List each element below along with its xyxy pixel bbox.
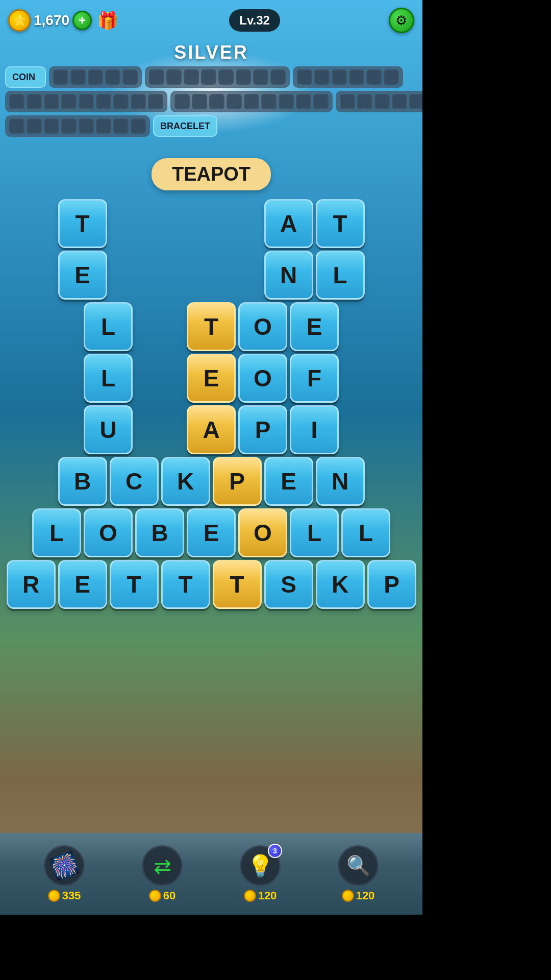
grid-row-6: LOBEOLL: [5, 508, 417, 557]
letter-tile-2-0[interactable]: L: [84, 302, 133, 351]
grid-row-5: BCKPEN: [5, 457, 417, 506]
slot-letter: [53, 69, 68, 85]
letter-tile-6-6[interactable]: L: [341, 508, 390, 557]
letter-tile-0-5[interactable]: T: [316, 199, 365, 248]
slot-letter: [131, 94, 146, 109]
letter-tile-3-2[interactable]: E: [187, 354, 236, 403]
header: ⭐ 1,670 + 🎁 Lv.32 ⚙: [0, 0, 422, 41]
slot-letter: [61, 118, 77, 134]
slot-letter: [384, 69, 399, 85]
coin-icon-small: [149, 890, 161, 902]
letter-tile-4-0[interactable]: U: [84, 405, 133, 454]
letter-tile-5-1[interactable]: C: [110, 457, 159, 506]
title-area: SILVER: [0, 42, 422, 63]
slot-letter: [184, 69, 199, 85]
grid-row-7: RETTTSKP: [5, 560, 417, 609]
letter-tile-3-3[interactable]: O: [238, 354, 287, 403]
letter-tile-1-0[interactable]: E: [58, 251, 107, 300]
letter-tile-5-3[interactable]: P: [213, 457, 262, 506]
game-title: SILVER: [0, 42, 422, 63]
letter-tile-5-2[interactable]: K: [161, 457, 210, 506]
letter-tile-3-4[interactable]: F: [290, 354, 339, 403]
letter-tile-7-7[interactable]: P: [367, 560, 416, 609]
slot-letter: [79, 118, 94, 134]
letter-tile-0-0[interactable]: T: [58, 199, 107, 248]
slot-letter: [79, 94, 94, 109]
letter-tile-7-4[interactable]: T: [213, 560, 262, 609]
letter-tile-6-1[interactable]: O: [84, 508, 133, 557]
slot-letter: [218, 69, 234, 85]
shuffle-cost: 60: [149, 889, 176, 902]
letter-tile-5-5[interactable]: N: [316, 457, 365, 506]
slot-letter: [27, 118, 42, 134]
slot-letter: [96, 94, 111, 109]
slot-letter: [61, 94, 77, 109]
coin-icon-small: [48, 890, 60, 902]
letter-tile-1-5[interactable]: L: [316, 251, 365, 300]
slot-letter: [314, 69, 330, 85]
gift-button[interactable]: 🎁: [95, 8, 120, 33]
slot-letter: [9, 94, 24, 109]
slot-letter: [44, 118, 59, 134]
letter-tile-7-6[interactable]: K: [316, 560, 365, 609]
letter-tile-4-3[interactable]: P: [238, 405, 287, 454]
slot-letter: [313, 94, 329, 109]
slot-letter: [96, 118, 111, 134]
letter-tile-5-0[interactable]: B: [58, 457, 107, 506]
letter-tile-2-3[interactable]: O: [238, 302, 287, 351]
slot-letter: [113, 118, 129, 134]
slot-letter: [201, 69, 216, 85]
grid-row-2: LTOE: [5, 302, 417, 351]
letter-tile-2-2[interactable]: T: [187, 302, 236, 351]
letter-tile-7-3[interactable]: T: [161, 560, 210, 609]
slot-letter: [192, 94, 207, 109]
shuffle-icon: ⇄: [142, 845, 183, 886]
letter-tile-6-0[interactable]: L: [32, 508, 81, 557]
letter-tile-4-4[interactable]: I: [290, 405, 339, 454]
word-slot-5: [5, 91, 167, 112]
slot-letter: [236, 69, 251, 85]
letter-tile-2-4[interactable]: E: [290, 302, 339, 351]
coin-icon: ⭐: [8, 9, 31, 32]
letter-tile-7-0[interactable]: R: [7, 560, 56, 609]
settings-button[interactable]: ⚙: [389, 8, 414, 33]
word-slot-6: [170, 91, 333, 112]
slot-row-2: [5, 91, 417, 112]
letter-tile-6-3[interactable]: E: [187, 508, 236, 557]
slot-letter: [366, 69, 382, 85]
word-slot-coin: COIN: [5, 66, 46, 88]
shuffle-button[interactable]: ⇄ 60: [142, 845, 183, 902]
slot-letter: [227, 94, 242, 109]
letter-tile-7-1[interactable]: E: [58, 560, 107, 609]
slot-letter: [209, 94, 224, 109]
grid-row-1: ENL: [5, 251, 417, 300]
letter-tile-4-2[interactable]: A: [187, 405, 236, 454]
letter-tile-5-4[interactable]: E: [264, 457, 313, 506]
search-cost: 120: [342, 889, 375, 902]
slot-letter: [122, 69, 138, 85]
search-button[interactable]: 🔍 120: [338, 845, 379, 902]
grid-row-4: UAPI: [5, 405, 417, 454]
add-coins-button[interactable]: +: [72, 11, 92, 30]
slot-letter: [105, 69, 120, 85]
slot-letter: [27, 94, 42, 109]
slot-letter: [409, 94, 422, 109]
letter-tile-1-4[interactable]: N: [264, 251, 313, 300]
letter-tile-7-2[interactable]: T: [110, 560, 159, 609]
search-icon: 🔍: [338, 845, 379, 886]
grid-row-0: TAT: [5, 199, 417, 248]
word-slot-bracelet: BRACELET: [153, 115, 217, 137]
bottom-bar: 🎆 335 ⇄ 60 💡 3 120 🔍 120: [0, 833, 422, 915]
word-slot-2: [49, 66, 142, 88]
slot-letter: [174, 94, 190, 109]
slot-letter: [88, 69, 103, 85]
grid-row-3: LEOF: [5, 354, 417, 403]
firework-button[interactable]: 🎆 335: [44, 845, 85, 902]
letter-tile-6-4[interactable]: O: [238, 508, 287, 557]
hint-button[interactable]: 💡 3 120: [240, 845, 281, 902]
letter-tile-6-2[interactable]: B: [135, 508, 184, 557]
letter-tile-6-5[interactable]: L: [290, 508, 339, 557]
letter-tile-0-4[interactable]: A: [264, 199, 313, 248]
letter-tile-7-5[interactable]: S: [264, 560, 313, 609]
letter-tile-3-0[interactable]: L: [84, 354, 133, 403]
